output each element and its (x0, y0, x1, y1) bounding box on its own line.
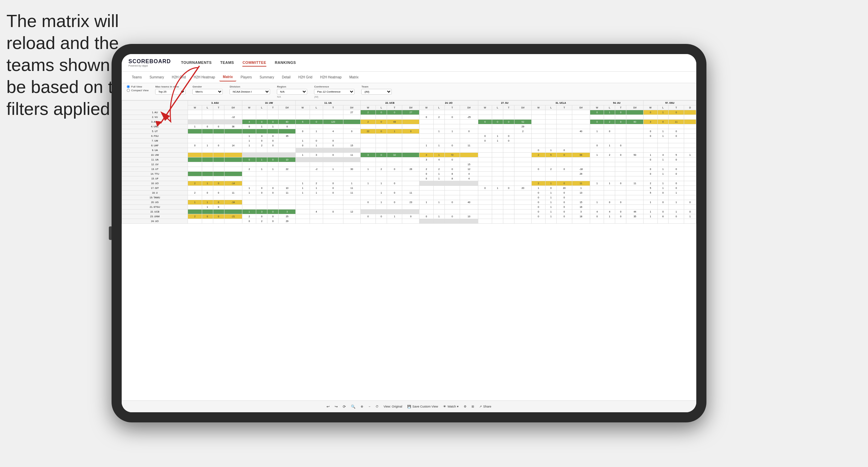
table-row: 7. UM 100 100 010 (122, 139, 696, 143)
view-original-btn[interactable]: View: Original (384, 405, 402, 408)
nav-tournaments[interactable]: TOURNAMENTS (181, 59, 212, 67)
zoom-out-btn[interactable]: − (368, 405, 370, 408)
top-nav: SCOREBOARD Powered by clippd TOURNAMENTS… (122, 54, 696, 72)
refresh-icon: ⟳ (343, 404, 346, 409)
gender-select[interactable]: Men's Women's (192, 89, 223, 95)
watch-icon: 👁 (443, 405, 446, 408)
table-row: 1. AU 27 20027 010 010 (122, 110, 696, 115)
zoom-btn[interactable]: 🔍 (351, 404, 356, 409)
max-teams-filter: Max teams in view Top 25 Top 10 Top 50 (155, 85, 186, 95)
share-icon: ↗ (479, 405, 482, 408)
table-row: 10. UW 13011 3032 4172 25066 12053 1451 (122, 153, 696, 157)
compact-view-radio[interactable]: Compact View (127, 89, 148, 92)
table-row: 16. UO 210-14 1201 110 21011 11011 210 (122, 181, 696, 186)
view-original-label: View: Original (384, 405, 402, 408)
table-row: 11. UA 01010 340 010 (122, 157, 696, 162)
undo-icon: ↩ (327, 404, 330, 409)
subnav-detail[interactable]: Detail (279, 73, 294, 81)
table-row: 21. ETSU 10 01016 (122, 205, 696, 210)
refresh-btn[interactable]: ⟳ (343, 404, 346, 409)
sub-w: W (188, 105, 202, 110)
full-view-radio[interactable]: Full View (127, 85, 148, 88)
table-row: 19. TAMU 010 (122, 195, 696, 200)
corner-header (122, 101, 188, 110)
redo-icon: ↪ (335, 404, 338, 409)
app-content: SCOREBOARD Powered by clippd TOURNAMENTS… (122, 54, 696, 412)
col-asu: 3. ASU (188, 101, 242, 105)
table-row: 22. UCB 1303 4012 0103 44044 1010 (122, 210, 696, 214)
save-view-label: Save Custom View (412, 405, 438, 408)
col-osu: 57. OSU (644, 101, 696, 105)
table-row: 6. FSU 14035 010 010 (122, 134, 696, 139)
logo-sub: Powered by clippd (128, 65, 171, 67)
table-row: 20. UG 110-34 01023 11040 01015 100 1010 (122, 200, 696, 205)
timer-icon: ⏱ (376, 405, 379, 408)
table-row: 23. UNM 200-21 20025 0010 01010 01018 01… (122, 214, 696, 219)
col-ua: 11. UA (296, 101, 360, 105)
sub-nav: Teams Summary H2H Grid H2H Heatmap Matri… (122, 72, 696, 83)
max-teams-select[interactable]: Top 25 Top 10 Top 50 (155, 89, 186, 95)
division-filter: Division NCAA Division I NCAA Division I… (230, 85, 270, 95)
main-nav: TOURNAMENTS TEAMS COMMITTEE RANKINGS (181, 59, 296, 67)
redo-btn[interactable]: ↪ (335, 404, 338, 409)
tablet-frame: SCOREBOARD Powered by clippd TOURNAMENTS… (112, 44, 706, 422)
region-filter: Region N/A N/A (277, 85, 307, 98)
nav-teams[interactable]: TEAMS (220, 59, 234, 67)
col-uw: 10. UW (242, 101, 296, 105)
subnav-teams[interactable]: Teams (128, 73, 145, 81)
table-row: 13. UT 21122 -2130 12026 22012 020-18 01… (122, 167, 696, 172)
matrix-container[interactable]: 3. ASU 10. UW 11. UA 22. UCB 24. UO 27. … (122, 100, 696, 399)
col-ucb: 22. UCB (360, 101, 419, 105)
sub-t: T (213, 105, 224, 110)
subnav-h2h-grid1[interactable]: H2H Grid (168, 73, 189, 81)
zoom-icon: 🔍 (351, 404, 356, 409)
table-row: 18. U 20011 10011 11011 1011 01013 501 (122, 191, 696, 195)
table-row: 12. UV 15 (122, 162, 696, 167)
table-row: 9. UA 010 (122, 148, 696, 153)
view-radio-group: Full View Compact View (127, 85, 148, 92)
settings-btn[interactable]: ⚙ (464, 405, 466, 408)
table-row: 5. UT 0140 22010 110 2 40 10 010 (122, 129, 696, 134)
grid-icon: ⊞ (472, 405, 474, 408)
subnav-h2h-heatmap2[interactable]: H2H Heatmap (317, 73, 345, 81)
share-btn[interactable]: ↗ Share (479, 405, 491, 408)
nav-rankings[interactable]: RANKINGS (275, 59, 296, 67)
table-row: 8. UAF 01014 120 01015 11011 010 (122, 143, 696, 148)
timer-btn[interactable]: ⏱ (376, 405, 379, 408)
save-icon: 💾 (407, 405, 411, 408)
col-uu: 54. UU (590, 101, 644, 105)
settings-icon: ⚙ (464, 405, 466, 408)
watch-label: Watch ▾ (448, 405, 459, 408)
subnav-summary2[interactable]: Summary (256, 73, 278, 81)
matrix-table: 3. ASU 10. UW 11. UA 22. UCB 24. UO 27. … (122, 100, 696, 224)
division-select[interactable]: NCAA Division I NCAA Division II (230, 89, 270, 95)
watch-btn[interactable]: 👁 Watch ▾ (443, 405, 459, 408)
region-select[interactable]: N/A (277, 89, 307, 95)
logo-area: SCOREBOARD Powered by clippd (128, 58, 171, 67)
nav-committee[interactable]: COMMITTEE (242, 59, 266, 67)
save-view-btn[interactable]: 💾 Save Custom View (407, 405, 438, 408)
table-row: 2. VU -12 020-25 (122, 115, 696, 120)
sub-l: L (202, 105, 213, 110)
logo-text: SCOREBOARD (128, 58, 171, 65)
subnav-h2h-heatmap1[interactable]: H2H Heatmap (190, 73, 218, 81)
subnav-h2h-grid2[interactable]: H2H Grid (295, 73, 316, 81)
filter-row: Full View Compact View Max teams in view… (122, 83, 696, 100)
conference-filter: Conference Pac-12 Conference (All) (All) (314, 85, 355, 98)
bottom-toolbar: ↩ ↪ ⟳ 🔍 ⊕ − ⏱ (122, 400, 696, 412)
subnav-matrix1[interactable]: Matrix (219, 73, 236, 81)
table-row: 17. GIT 10010 11011 01020 10201 510 (122, 186, 696, 191)
zoom-in-btn[interactable]: ⊕ (361, 405, 363, 408)
tablet-side-button (109, 226, 112, 240)
gender-filter: Gender Men's Women's (192, 85, 223, 95)
table-row: 3. ASU 40080 50120 2048 60052 02060 3011 (122, 120, 696, 124)
undo-btn[interactable]: ↩ (327, 404, 330, 409)
zoom-in-icon: ⊕ (361, 405, 363, 408)
sub-dif: Dif (224, 105, 242, 110)
conference-select[interactable]: Pac-12 Conference (All) (314, 89, 355, 95)
grid-btn[interactable]: ⊞ (472, 405, 474, 408)
subnav-matrix2[interactable]: Matrix (346, 73, 362, 81)
team-select[interactable]: (All) (361, 89, 392, 95)
subnav-summary1[interactable]: Summary (146, 73, 167, 81)
subnav-players[interactable]: Players (237, 73, 255, 81)
